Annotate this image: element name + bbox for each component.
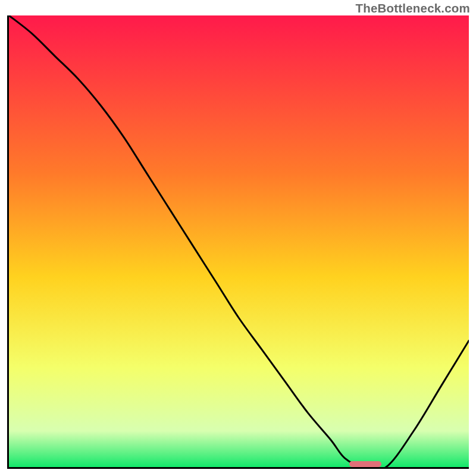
chart-svg [9,15,469,467]
gradient-background [9,15,469,467]
chart-area [7,15,469,469]
optimal-marker [349,461,381,467]
watermark: TheBottleneck.com [356,1,471,15]
